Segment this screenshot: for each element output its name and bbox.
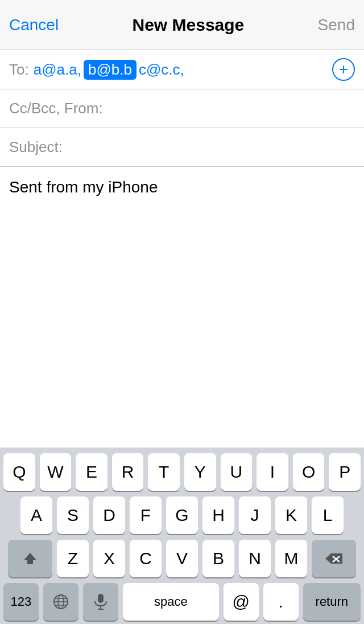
key-k[interactable]: K xyxy=(275,496,307,534)
recipient-3[interactable]: c@c.c, xyxy=(139,61,184,79)
key-x[interactable]: X xyxy=(93,540,125,577)
key-u[interactable]: U xyxy=(221,453,253,491)
globe-key[interactable] xyxy=(43,583,78,621)
subject-label: Subject: xyxy=(9,138,63,156)
shift-key[interactable] xyxy=(8,540,52,577)
key-p[interactable]: P xyxy=(329,453,361,491)
key-s[interactable]: S xyxy=(57,496,89,534)
period-key[interactable]: . xyxy=(263,583,299,621)
backspace-icon xyxy=(324,551,344,566)
subject-field[interactable]: Subject: xyxy=(0,128,364,167)
svg-marker-0 xyxy=(24,553,36,564)
globe-icon xyxy=(52,593,69,610)
page-title: New Message xyxy=(133,15,245,35)
keyboard-row-3: Z X C V B N M xyxy=(3,540,361,577)
cc-label: Cc/Bcc, From: xyxy=(9,100,103,117)
keyboard-row-4: 123 space @ . return xyxy=(3,583,361,621)
numbers-key[interactable]: 123 xyxy=(3,583,39,621)
keyboard-row-2: A S D F G H J K L xyxy=(3,496,361,534)
key-d[interactable]: D xyxy=(93,496,125,534)
key-q[interactable]: Q xyxy=(3,453,35,491)
key-y[interactable]: Y xyxy=(184,453,216,491)
to-field[interactable]: To: a@a.a, b@b.b c@c.c, + xyxy=(0,50,364,89)
key-n[interactable]: N xyxy=(239,540,271,577)
key-r[interactable]: R xyxy=(112,453,144,491)
key-f[interactable]: F xyxy=(130,496,162,534)
microphone-key[interactable] xyxy=(83,583,118,621)
body-area[interactable]: Sent from my iPhone xyxy=(0,167,364,292)
key-w[interactable]: W xyxy=(40,453,72,491)
body-text: Sent from my iPhone xyxy=(9,178,158,196)
svg-rect-8 xyxy=(98,594,104,603)
backspace-key[interactable] xyxy=(312,540,356,577)
shift-icon xyxy=(23,551,38,566)
key-l[interactable]: L xyxy=(312,496,344,534)
key-t[interactable]: T xyxy=(148,453,180,491)
send-button[interactable]: Send xyxy=(318,16,355,34)
key-e[interactable]: E xyxy=(76,453,107,491)
return-key[interactable]: return xyxy=(303,583,361,621)
key-j[interactable]: J xyxy=(239,496,271,534)
cc-field[interactable]: Cc/Bcc, From: xyxy=(0,89,364,128)
to-label: To: xyxy=(9,61,29,79)
keyboard: Q W E R T Y U I O P A S D F G H J K L Z … xyxy=(0,448,364,624)
cancel-button[interactable]: Cancel xyxy=(9,16,59,34)
key-b[interactable]: B xyxy=(202,540,234,577)
recipient-2-selected[interactable]: b@b.b xyxy=(84,60,136,80)
key-h[interactable]: H xyxy=(202,496,234,534)
add-recipient-button[interactable]: + xyxy=(332,58,355,81)
compose-area: To: a@a.a, b@b.b c@c.c, + Cc/Bcc, From: … xyxy=(0,50,364,292)
space-key[interactable]: space xyxy=(123,583,219,621)
key-g[interactable]: G xyxy=(166,496,198,534)
at-key[interactable]: @ xyxy=(224,583,259,621)
recipients-list: a@a.a, b@b.b c@c.c, xyxy=(34,60,332,80)
key-v[interactable]: V xyxy=(166,540,198,577)
microphone-icon xyxy=(93,593,108,610)
navigation-bar: Cancel New Message Send xyxy=(0,0,364,50)
key-z[interactable]: Z xyxy=(57,540,89,577)
key-o[interactable]: O xyxy=(293,453,325,491)
key-i[interactable]: I xyxy=(257,453,288,491)
key-m[interactable]: M xyxy=(275,540,307,577)
recipient-1[interactable]: a@a.a, xyxy=(34,61,81,79)
key-c[interactable]: C xyxy=(130,540,162,577)
keyboard-row-1: Q W E R T Y U I O P xyxy=(3,453,361,491)
key-a[interactable]: A xyxy=(20,496,52,534)
